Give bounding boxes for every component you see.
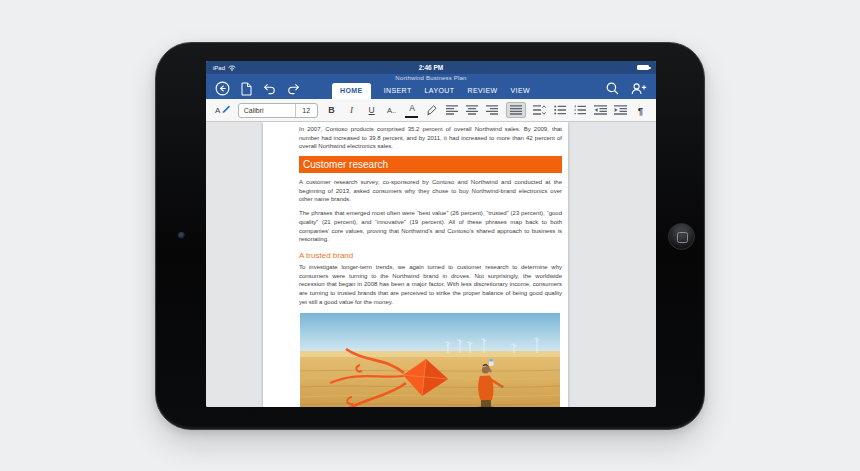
- pen-icon: [221, 105, 230, 115]
- title-bar: Northwind Business Plan: [206, 74, 656, 99]
- increase-indent-icon: [614, 105, 627, 115]
- tab-review[interactable]: REVIEW: [467, 87, 497, 99]
- search-icon: [606, 82, 619, 95]
- line-spacing-icon: [533, 105, 546, 115]
- redo-button[interactable]: [287, 83, 300, 95]
- ipad-frame: iPad 2:46 PM Northwind Business Plan: [155, 42, 705, 430]
- underline-button[interactable]: U: [365, 102, 378, 118]
- bullet-list-button[interactable]: [553, 102, 566, 118]
- align-left-icon: [446, 105, 458, 115]
- undo-button[interactable]: [263, 83, 276, 95]
- numbered-list-icon: [574, 105, 586, 115]
- format-painter-button[interactable]: A: [215, 102, 230, 118]
- font-color-button[interactable]: A: [405, 102, 418, 118]
- align-left-button[interactable]: [446, 102, 459, 118]
- clock: 2:46 PM: [206, 64, 656, 71]
- document-canvas: In 2007, Contoso products comprised 35.2…: [206, 122, 656, 407]
- document-photo[interactable]: [300, 313, 560, 407]
- paragraph-marks-button[interactable]: ¶: [634, 102, 647, 118]
- justify-button[interactable]: [506, 102, 526, 118]
- tab-home[interactable]: HOME: [332, 83, 371, 99]
- tab-layout[interactable]: LAYOUT: [425, 87, 455, 99]
- undo-icon: [263, 83, 276, 95]
- tab-insert[interactable]: INSERT: [384, 87, 412, 99]
- font-name-select[interactable]: Calibri: [239, 104, 295, 117]
- increase-indent-button[interactable]: [614, 102, 627, 118]
- ipad-screen: iPad 2:46 PM Northwind Business Plan: [206, 61, 656, 407]
- back-button[interactable]: [215, 81, 230, 96]
- heading-customer-research[interactable]: Customer research: [299, 156, 562, 173]
- ribbon-tabs: HOME INSERT LAYOUT REVIEW VIEW: [332, 83, 530, 99]
- font-size-select[interactable]: 12: [295, 104, 317, 117]
- desktop-background: iPad 2:46 PM Northwind Business Plan: [0, 0, 860, 471]
- add-person-icon: [631, 83, 647, 95]
- home-button[interactable]: [668, 223, 695, 250]
- text-effects-button[interactable]: A..: [385, 102, 398, 118]
- highlight-button[interactable]: [425, 102, 438, 118]
- document-page[interactable]: In 2007, Contoso products comprised 35.2…: [263, 122, 568, 407]
- align-center-icon: [466, 105, 478, 115]
- decrease-indent-button[interactable]: [594, 102, 607, 118]
- status-bar: iPad 2:46 PM: [206, 61, 656, 74]
- highlighter-icon: [426, 105, 437, 116]
- share-button[interactable]: [631, 83, 647, 95]
- paragraph[interactable]: A customer research survey, co-sponsored…: [299, 178, 562, 204]
- bullet-list-icon: [554, 105, 566, 115]
- numbered-list-button[interactable]: [573, 102, 586, 118]
- bold-button[interactable]: B: [325, 102, 338, 118]
- align-right-button[interactable]: [486, 102, 499, 118]
- align-right-icon: [486, 105, 498, 115]
- paragraph[interactable]: To investigate longer-term trends, we ag…: [299, 263, 562, 306]
- italic-button[interactable]: I: [345, 102, 358, 118]
- font-controls: Calibri 12: [238, 103, 318, 118]
- front-camera: [178, 232, 185, 239]
- decrease-indent-icon: [594, 105, 607, 115]
- tab-view[interactable]: VIEW: [510, 87, 530, 99]
- back-icon: [215, 81, 230, 96]
- paragraph[interactable]: In 2007, Contoso products comprised 35.2…: [299, 125, 562, 151]
- new-document-button[interactable]: [241, 82, 252, 96]
- justify-icon: [510, 105, 522, 115]
- new-document-icon: [241, 82, 252, 96]
- redo-icon: [287, 83, 300, 95]
- align-center-button[interactable]: [466, 102, 479, 118]
- paragraph[interactable]: The phrases that emerged most often were…: [299, 209, 562, 244]
- heading-a-trusted-brand[interactable]: A trusted brand: [299, 251, 562, 260]
- search-button[interactable]: [606, 82, 619, 95]
- formatting-toolbar: A Calibri 12 B I U A..: [206, 99, 656, 122]
- line-spacing-button[interactable]: [533, 102, 546, 118]
- battery-icon: [637, 65, 649, 71]
